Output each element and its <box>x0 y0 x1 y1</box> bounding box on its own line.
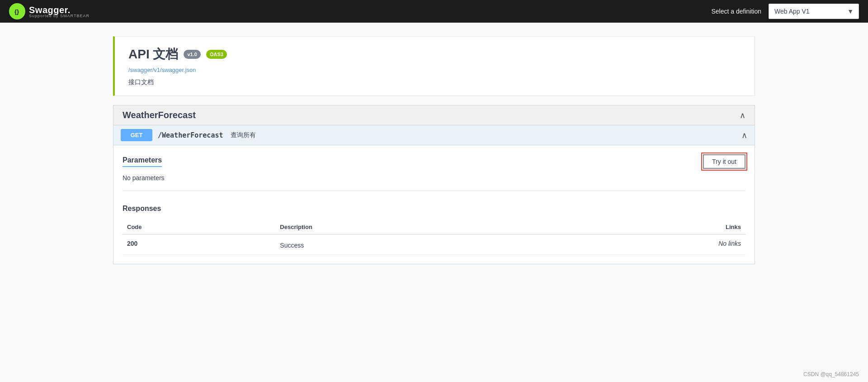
select-definition-label: Select a definition <box>711 8 761 15</box>
method-badge-get: GET <box>121 129 152 141</box>
params-section: Parameters Try it out No parameters <box>123 154 745 191</box>
responses-title: Responses <box>123 205 745 213</box>
responses-table: Code Description Links 200 Success <box>123 220 745 255</box>
endpoint-path: /WeatherForecast <box>158 131 223 139</box>
col-header-links: Links <box>542 220 745 234</box>
table-row: 200 Success No links <box>123 234 745 255</box>
definition-select[interactable]: Web App V1 <box>769 4 859 19</box>
badge-oas3: OAS3 <box>206 50 227 59</box>
try-it-out-button[interactable]: Try it out <box>703 154 745 169</box>
section-title-weatherforecast: WeatherForecast <box>123 110 196 120</box>
api-url-link[interactable]: /swagger/v1/swagger.json <box>128 67 741 73</box>
params-title: Parameters <box>123 156 162 167</box>
params-header: Parameters Try it out <box>123 154 745 169</box>
section-header-weatherforecast[interactable]: WeatherForecast ∧ <box>113 105 755 125</box>
response-description-text: Success <box>280 242 538 249</box>
col-header-description: Description <box>275 220 542 234</box>
endpoint-summary: 查询所有 <box>231 131 256 139</box>
swagger-icon: {} <box>9 3 25 19</box>
swagger-logo: {} Swagger. Supported by SMARTBEAR <box>9 3 90 19</box>
response-description: Success <box>275 234 542 255</box>
api-title-row: API 文档 v1.0 OAS3 <box>128 46 741 63</box>
endpoint-left: GET /WeatherForecast 查询所有 <box>121 129 256 141</box>
main-content: API 文档 v1.0 OAS3 /swagger/v1/swagger.jso… <box>104 23 764 287</box>
endpoint-body: Parameters Try it out No parameters Resp… <box>113 145 755 264</box>
endpoint-block-get-weatherforecast: GET /WeatherForecast 查询所有 ∧ Parameters T… <box>113 125 755 264</box>
endpoint-header[interactable]: GET /WeatherForecast 查询所有 ∧ <box>113 125 755 145</box>
api-title-section: API 文档 v1.0 OAS3 /swagger/v1/swagger.jso… <box>113 36 755 96</box>
section-group-weatherforecast: WeatherForecast ∧ GET /WeatherForecast 查… <box>113 105 755 264</box>
no-params-text: No parameters <box>123 174 745 181</box>
endpoint-collapse-icon[interactable]: ∧ <box>741 130 747 140</box>
definition-select-wrapper[interactable]: Web App V1 ▼ <box>769 4 859 19</box>
collapse-icon[interactable]: ∧ <box>740 110 745 120</box>
badge-v1: v1.0 <box>184 50 200 59</box>
swagger-sub: Supported by SMARTBEAR <box>29 14 90 18</box>
header: {} Swagger. Supported by SMARTBEAR Selec… <box>0 0 868 23</box>
response-code: 200 <box>123 234 275 255</box>
response-links: No links <box>542 234 745 255</box>
swagger-brand: Swagger. Supported by SMARTBEAR <box>29 5 90 18</box>
api-title: API 文档 <box>128 46 178 63</box>
svg-text:{}: {} <box>14 8 19 15</box>
responses-section: Responses Code Description Links 200 <box>123 200 745 255</box>
header-right: Select a definition Web App V1 ▼ <box>711 4 859 19</box>
col-header-code: Code <box>123 220 275 234</box>
api-description: 接口文档 <box>128 78 154 86</box>
